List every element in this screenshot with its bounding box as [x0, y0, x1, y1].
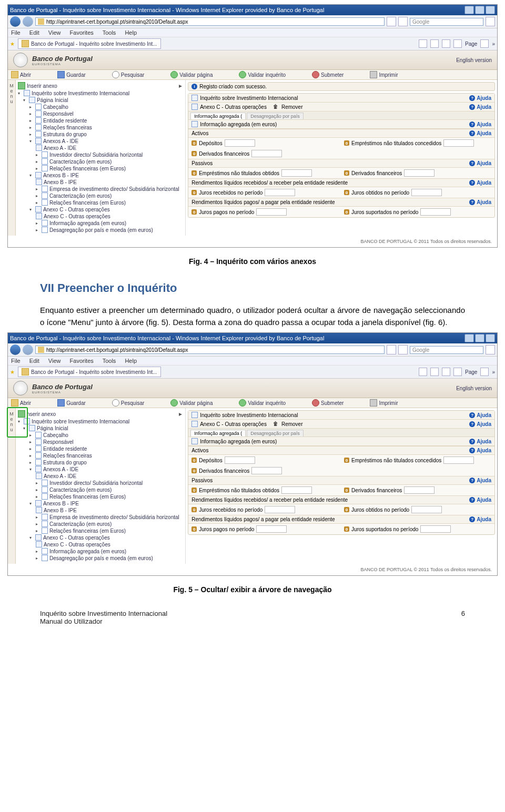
url-bar[interactable]: http://aprintranet-cert.bportugal.pt/sin… — [35, 346, 385, 354]
tb-pesquisar[interactable]: Pesquisar — [112, 71, 144, 78]
tb-imprimir[interactable]: Imprimir — [370, 71, 398, 78]
english-version-link[interactable]: English version — [456, 385, 492, 391]
back-button[interactable] — [10, 16, 21, 27]
english-version-link[interactable]: English version — [456, 57, 492, 63]
tree-item[interactable]: ▾Página Inicial — [18, 97, 184, 104]
page-menu[interactable]: Page — [465, 369, 477, 375]
search-go-button[interactable] — [486, 17, 495, 26]
ajuda-link[interactable]: ?Ajuda — [469, 421, 491, 427]
ajuda-link[interactable]: ?Ajuda — [469, 121, 491, 127]
page-menu[interactable]: Page — [465, 41, 477, 47]
stop-button[interactable] — [398, 345, 408, 354]
tree-item[interactable]: ▸Relações financeiras (em Euros) — [18, 493, 184, 500]
insert-anexo-row[interactable]: nserir anexo▸ — [18, 410, 184, 418]
menu-file[interactable]: File — [11, 358, 21, 364]
minimize-button[interactable] — [464, 6, 474, 14]
tab-desagregacao[interactable]: Desagregação por país — [247, 113, 304, 119]
tree-item[interactable]: ▸Responsável — [18, 439, 184, 445]
tab-informacao-agregada[interactable]: Informação agregada ( — [190, 113, 246, 119]
remover-link[interactable]: Remover — [281, 421, 303, 427]
home-icon[interactable] — [419, 39, 427, 48]
menu-tools[interactable]: Tools — [103, 29, 116, 36]
ajuda-link[interactable]: ?Ajuda — [469, 412, 491, 418]
tree-item[interactable]: ▸Caracterização (em euros) — [18, 158, 184, 165]
menu-favorites[interactable]: Favorites — [70, 29, 94, 36]
mail-icon[interactable] — [442, 39, 450, 48]
input-juros-suportados[interactable] — [420, 525, 451, 533]
home-icon[interactable] — [419, 368, 427, 376]
tb-abrir[interactable]: Abrir — [11, 71, 31, 78]
maximize-button[interactable] — [475, 334, 484, 342]
input-derivados-activos[interactable] — [251, 467, 282, 474]
tb-validar-pagina[interactable]: Validar página — [170, 71, 213, 78]
tb-imprimir[interactable]: Imprimir — [370, 399, 398, 407]
tree-item[interactable]: ▸Informação agregada (em euros) — [18, 548, 184, 555]
refresh-button[interactable] — [387, 17, 396, 26]
minimize-button[interactable] — [464, 334, 474, 342]
tree-item[interactable]: ▸Cabeçalho — [18, 432, 184, 439]
tree-item[interactable]: Anexo A - IDE — [18, 473, 184, 480]
tree-item[interactable]: Anexo B - IPE — [18, 179, 184, 186]
ajuda-link[interactable]: ?Ajuda — [469, 478, 491, 483]
tree-item[interactable]: ▸Desagregação por país e moeda (em euros… — [18, 555, 184, 562]
input-derivados-passivos[interactable] — [404, 486, 435, 494]
tab-informacao-agregada[interactable]: Informação agregada ( — [190, 430, 246, 437]
tree-item[interactable]: ▸Entidade residente — [18, 117, 184, 124]
tree-item[interactable]: ▾Anexo C - Outras operações — [18, 534, 184, 541]
tools-icon[interactable] — [480, 368, 489, 376]
input-juros-obtidos[interactable] — [411, 189, 442, 196]
tb-abrir[interactable]: Abrir — [11, 399, 31, 407]
back-button[interactable] — [10, 344, 21, 355]
close-button[interactable] — [486, 6, 495, 14]
refresh-button[interactable] — [387, 345, 396, 354]
forward-button[interactable] — [23, 16, 33, 27]
tree-item[interactable]: ▸Estrutura do grupo — [18, 131, 184, 138]
maximize-button[interactable] — [475, 6, 484, 14]
menu-view[interactable]: View — [48, 29, 61, 36]
ajuda-link[interactable]: ?Ajuda — [469, 497, 491, 503]
print-icon[interactable] — [453, 39, 462, 48]
tree-item[interactable]: ▸Relações financeiras (em Euros) — [18, 165, 184, 172]
input-juros-pagos[interactable] — [256, 525, 287, 533]
tree-item[interactable]: ▾Anexo C - Outras operações — [18, 206, 184, 213]
tb-validar-pagina[interactable]: Validar página — [170, 399, 213, 407]
tb-submeter[interactable]: Submeter — [312, 71, 344, 78]
tree-root[interactable]: ▾Inquérito sobre Investimento Internacio… — [18, 90, 184, 97]
menu-edit[interactable]: Edit — [29, 358, 39, 364]
chevron-icon[interactable]: » — [492, 41, 495, 47]
input-emprestimos-obtidos[interactable] — [281, 169, 312, 177]
tree-item[interactable]: ▸Relações financeiras — [18, 452, 184, 459]
input-juros-suportados[interactable] — [420, 208, 451, 216]
tree-item[interactable]: ▸Caracterização (em euros) — [18, 486, 184, 493]
tree-item[interactable]: ▸Desagregação por país e moeda (em euros… — [18, 227, 184, 234]
input-depositos[interactable] — [225, 139, 255, 147]
tree-root[interactable]: ▾Inquérito sobre Investimento Internacio… — [18, 418, 184, 425]
menu-column[interactable]: M e n u — [8, 408, 16, 564]
tree-item[interactable]: ▸Caracterização (em euros) — [18, 192, 184, 199]
tree-item[interactable]: ▸Cabeçalho — [18, 104, 184, 110]
menu-help[interactable]: Help — [125, 358, 137, 364]
input-juros-obtidos[interactable] — [411, 506, 442, 513]
tree-item[interactable]: ▾Anexos B - IPE — [18, 172, 184, 179]
remover-link[interactable]: Remover — [281, 104, 303, 110]
tree-item[interactable]: ▸Estrutura do grupo — [18, 459, 184, 466]
url-bar[interactable]: http://aprintranet-cert.bportugal.pt/sin… — [35, 17, 385, 26]
favorites-star-icon[interactable]: ★ — [10, 41, 15, 47]
tree-item[interactable]: ▸Investidor directo/ Subsidiária horizon… — [18, 151, 184, 158]
tb-guardar[interactable]: Guardar — [57, 71, 86, 78]
tree-item[interactable]: ▸Relações financeiras — [18, 124, 184, 131]
ajuda-link[interactable]: ?Ajuda — [469, 448, 491, 453]
input-juros-recebidos[interactable] — [265, 506, 295, 513]
browser-tab[interactable]: Banco de Portugal - Inquérito sobre Inve… — [18, 38, 161, 49]
ajuda-link[interactable]: ?Ajuda — [469, 95, 491, 101]
input-emprestimos-concedidos[interactable] — [443, 139, 474, 147]
tab-desagregacao[interactable]: Desagregação por país — [247, 430, 304, 437]
menu-edit[interactable]: Edit — [29, 29, 39, 36]
search-box[interactable]: Google — [410, 346, 483, 354]
input-juros-pagos[interactable] — [256, 208, 287, 216]
tree-item[interactable]: ▸Relações financeiras (em Euros) — [18, 199, 184, 206]
ajuda-link[interactable]: ?Ajuda — [469, 104, 491, 110]
browser-tab[interactable]: Banco de Portugal - Inquérito sobre Inve… — [18, 367, 161, 377]
tree-item[interactable]: Anexo B - IPE — [18, 507, 184, 514]
insert-anexo-row[interactable]: Inserir anexo▸ — [18, 82, 184, 90]
